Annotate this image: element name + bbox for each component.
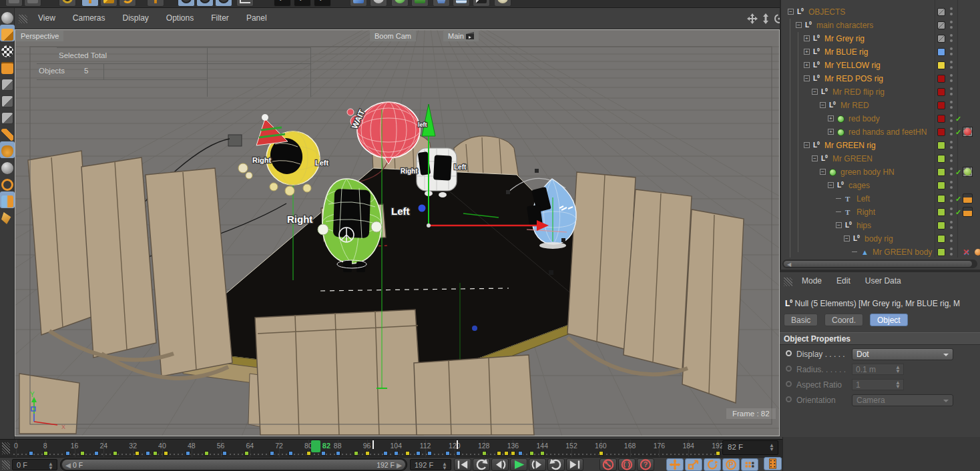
tree-row-right[interactable]: TRight✓ [781,205,980,219]
axis-z-lock-icon[interactable]: Z [215,0,232,7]
workplane-icon-wrap[interactable] [0,58,15,75]
points-mode-icon-wrap[interactable] [0,75,15,91]
model-mode-icon-wrap[interactable] [0,25,15,41]
property-dropdown[interactable]: Dot [852,348,953,360]
timeline-ruler[interactable]: 0816243240485664728088961041121201281361… [0,439,782,457]
visibility-dot[interactable] [950,34,953,37]
tree-row-cages[interactable]: −L0cages [781,179,980,192]
keyframe-marker[interactable] [540,451,545,456]
spline-pen-icon[interactable] [370,0,387,7]
key-position-toggle[interactable] [666,458,684,471]
keyframe-marker[interactable] [288,451,293,456]
range-right-arrow-icon[interactable]: ▶ [397,461,402,469]
spinner-icon[interactable]: ▲▼ [442,462,447,470]
visibility-dot[interactable] [950,106,953,109]
snap-icon-wrap[interactable] [0,175,15,191]
axis-y-lock-icon[interactable]: Y [196,0,214,7]
layer-color-swatch[interactable] [937,48,945,56]
visibility-dot[interactable] [950,253,953,256]
keyframe-marker[interactable] [394,451,399,456]
tree-row-left[interactable]: TLeft✓ [781,192,980,205]
previous-key-button[interactable] [473,458,490,471]
tree-row-objects[interactable]: −L0OBJECTS [781,5,980,19]
layer-color-swatch[interactable] [937,35,945,43]
keyframe-marker[interactable] [599,451,603,456]
om-horizontal-scrollbar[interactable]: ◀ [782,260,977,268]
keyframe-marker[interactable] [529,451,534,456]
visibility-dot[interactable] [950,159,953,162]
edges-mode-icon-wrap[interactable] [0,91,15,108]
workplane-lock-icon-wrap[interactable] [0,191,15,208]
visibility-dot[interactable] [950,127,953,130]
property-spinner[interactable]: 1▲▼ [852,379,904,390]
visibility-dot[interactable] [950,226,953,229]
tab-object[interactable]: Object [870,314,908,326]
layer-color-swatch[interactable] [937,141,945,149]
keyframe-marker[interactable] [43,451,48,456]
render-settings-icon[interactable]: ▶ [314,0,331,7]
visibility-dot[interactable] [950,101,953,103]
keyframe-circle-icon[interactable] [786,381,792,387]
prev-tool-icon[interactable] [5,0,23,7]
layer-color-swatch[interactable] [937,8,945,16]
viewport-menu-cameras[interactable]: Cameras [64,8,114,23]
am-menu-mode[interactable]: Mode [794,272,829,286]
visibility-dot[interactable] [950,173,953,175]
enabled-check-icon[interactable]: ✓ [955,207,961,217]
keyframe-marker[interactable] [80,451,85,456]
keyframe-marker[interactable] [456,451,461,456]
visibility-dot[interactable] [950,47,953,50]
move-tool-icon[interactable] [81,0,99,7]
boom-cam-label[interactable]: Boom Cam [370,31,416,41]
keyframe-circle-icon[interactable] [786,396,792,402]
visibility-dot[interactable] [950,154,953,157]
am-menu-user-data[interactable]: User Data [858,272,909,286]
keyframe-marker[interactable] [306,451,311,456]
min-frame-field[interactable]: 0 F▲▼ [12,459,57,470]
animation-tag-icon[interactable] [963,193,973,203]
material-tag-icon[interactable] [975,249,980,256]
collapse-icon[interactable]: − [788,9,794,15]
timeline-window-button[interactable] [764,457,782,470]
play-button[interactable] [510,458,527,471]
visibility-dot[interactable] [950,39,953,42]
keyframe-marker[interactable] [153,451,158,456]
keyframe-marker[interactable] [445,451,450,456]
layer-color-swatch[interactable] [937,61,945,69]
tree-row-mr-yellow-rig[interactable]: +L0Mr YELLOW rig [781,59,980,72]
volume-icon[interactable] [433,0,450,7]
keyframe-marker[interactable] [222,451,227,456]
expand-icon[interactable]: + [828,129,834,135]
current-frame-field[interactable]: 82 F▲▼ [722,440,778,455]
max-frame-field[interactable]: 192 F▲▼ [410,459,451,470]
visibility-dot[interactable] [950,186,953,189]
key-scale-toggle[interactable] [685,458,702,471]
tab-coord[interactable]: Coord. [824,314,863,326]
keyframe-marker[interactable] [416,451,421,456]
goto-end-button[interactable] [566,458,583,471]
coord-system-icon[interactable] [236,0,254,7]
expand-icon[interactable]: + [828,115,834,121]
spinner-icon[interactable]: ▲▼ [48,462,53,470]
layer-color-swatch[interactable] [937,75,945,83]
layer-color-swatch[interactable] [937,248,945,256]
visibility-dot[interactable] [950,79,953,82]
frame-range-slider[interactable]: ◀ 0 F 192 F ▶ [60,458,407,471]
enable-axis-icon-wrap[interactable] [0,125,15,141]
expand-icon[interactable]: + [804,62,810,68]
tree-row-red-body[interactable]: +red body✓ [781,112,980,125]
property-spinner[interactable]: 0.1 m▲▼ [852,364,904,375]
enabled-check-icon[interactable]: ✓ [955,114,961,123]
weight-tag-icon[interactable]: ✕ [963,248,969,257]
tree-row-green-body-hn[interactable]: −green body HN✓ [781,165,980,179]
am-menu-grip-icon[interactable] [784,278,792,286]
layer-color-swatch[interactable] [937,88,945,96]
tab-basic[interactable]: Basic [784,314,818,326]
viewport-menu-view[interactable]: View [29,8,64,23]
spinner-arrows-icon[interactable]: ▲▼ [895,366,901,374]
menu-grip-icon[interactable] [19,15,27,23]
visibility-dot[interactable] [950,207,953,210]
layer-color-swatch[interactable] [937,208,945,216]
scale-tool-icon[interactable] [100,0,117,7]
collapse-icon[interactable]: − [812,89,818,95]
